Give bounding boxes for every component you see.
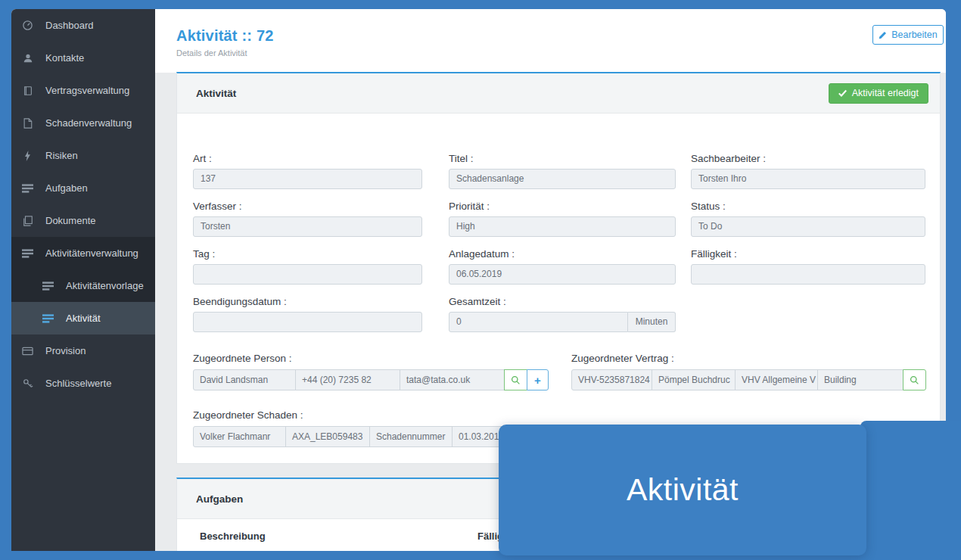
- desktop-background: Dashboard Kontakte Vertragsverwaltung Sc…: [0, 0, 961, 560]
- field-anlagedatum[interactable]: 06.05.2019: [449, 264, 676, 285]
- sidebar-item-label: Aufgaben: [45, 182, 88, 194]
- assigned-contract-group: VHV-5235871824 Pömpel Buchdruc VHV Allge…: [571, 369, 926, 390]
- assigned-claim-label: Zugeordneter Schaden :: [193, 409, 303, 421]
- pencil-icon: [879, 31, 887, 39]
- edit-button-label: Bearbeiten: [891, 30, 937, 40]
- field-label-anlagedatum: Anlagedatum :: [449, 248, 515, 260]
- plus-icon: +: [534, 374, 541, 387]
- search-icon: [511, 375, 521, 385]
- sidebar: Dashboard Kontakte Vertragsverwaltung Sc…: [11, 9, 155, 551]
- sidebar-item-label: Aktivitätenverwaltung: [45, 247, 138, 259]
- person-email-field[interactable]: tata@tata.co.uk: [400, 369, 505, 390]
- sidebar-item-label: Dashboard: [45, 20, 94, 31]
- assigned-person-group: David Landsman +44 (20) 7235 82 tata@tat…: [193, 369, 549, 390]
- page-header: [155, 9, 946, 73]
- claim-person-field[interactable]: Volker Flachmanr: [193, 426, 286, 447]
- tasks-column-beschreibung[interactable]: Beschreibung: [200, 530, 266, 542]
- sidebar-item-label: Dokumente: [45, 215, 95, 226]
- sidebar-item-label: Schadenverwaltung: [45, 117, 132, 129]
- sidebar-item-provision[interactable]: Provision: [11, 334, 155, 367]
- sidebar-item-aktivitaetenverwaltung[interactable]: Aktivitätenverwaltung: [11, 237, 155, 269]
- sidebar-item-kontakte[interactable]: Kontakte: [11, 42, 155, 74]
- field-label-faelligkeit: Fälligkeit :: [691, 248, 737, 260]
- file-icon: [21, 118, 34, 129]
- sidebar-item-aktivitaetenvorlage[interactable]: Aktivitätenvorlage: [11, 269, 155, 302]
- overlay-backdrop: [860, 421, 961, 560]
- contract-search-button[interactable]: [903, 369, 926, 390]
- field-tag[interactable]: [193, 264, 422, 285]
- field-label-sachbearbeiter: Sachbearbeiter :: [691, 153, 766, 164]
- sidebar-item-aktivitaet[interactable]: Aktivität: [11, 302, 155, 334]
- page-subtitle: Details der Aktivität: [176, 48, 247, 58]
- list-icon: [42, 314, 54, 323]
- field-label-prioritaet: Priorität :: [449, 201, 490, 212]
- tasks-card-title: Aufgaben: [196, 493, 243, 505]
- sidebar-item-schadenverwaltung[interactable]: Schadenverwaltung: [11, 107, 155, 139]
- list-icon: [21, 184, 34, 193]
- sidebar-item-risiken[interactable]: Risiken: [11, 139, 155, 172]
- person-search-button[interactable]: [504, 369, 527, 390]
- gauge-icon: [21, 20, 34, 31]
- field-gesamtzeit[interactable]: 0: [449, 312, 628, 332]
- field-label-tag: Tag :: [193, 248, 215, 260]
- field-art[interactable]: 137: [193, 169, 422, 189]
- contract-type-field[interactable]: Building: [817, 369, 903, 390]
- sidebar-item-label: Aktivität: [66, 313, 101, 324]
- activity-overlay-text: Aktivität: [627, 472, 739, 508]
- book-icon: [21, 86, 34, 96]
- field-sachbearbeiter[interactable]: Torsten Ihro: [691, 169, 925, 189]
- sidebar-item-label: Provision: [45, 345, 86, 356]
- assigned-person-label: Zugeordnete Person :: [193, 353, 292, 364]
- field-label-beendigungsdatum: Beendigungsdatum :: [193, 296, 287, 307]
- field-faelligkeit[interactable]: [691, 264, 925, 285]
- contract-number-field[interactable]: VHV-5235871824: [571, 369, 652, 390]
- sidebar-item-label: Kontakte: [45, 52, 84, 64]
- field-label-gesamtzeit: Gesamtzeit :: [449, 296, 506, 307]
- sidebar-item-label: Risiken: [45, 150, 78, 161]
- bolt-icon: [21, 151, 34, 161]
- field-label-art: Art :: [193, 153, 212, 164]
- sidebar-item-vertragsverwaltung[interactable]: Vertragsverwaltung: [11, 74, 155, 107]
- field-verfasser[interactable]: Torsten: [193, 216, 422, 237]
- key-icon: [21, 378, 34, 389]
- sidebar-item-label: Vertragsverwaltung: [45, 85, 129, 96]
- sidebar-item-schluesselwerte[interactable]: Schlüsselwerte: [11, 367, 155, 400]
- field-label-verfasser: Verfasser :: [193, 201, 242, 212]
- activity-done-button[interactable]: Aktivität erledigt: [829, 83, 928, 104]
- contract-holder-field[interactable]: Pömpel Buchdruc: [652, 369, 736, 390]
- sidebar-item-dashboard[interactable]: Dashboard: [11, 9, 155, 42]
- assigned-contract-label: Zugeordneter Vertrag :: [571, 353, 674, 364]
- list-icon: [42, 282, 54, 291]
- sidebar-item-aufgaben[interactable]: Aufgaben: [11, 172, 155, 204]
- sidebar-item-label: Aktivitätenvorlage: [66, 280, 144, 291]
- search-icon: [910, 375, 919, 385]
- field-prioritaet[interactable]: High: [449, 216, 676, 237]
- check-icon: [838, 89, 847, 97]
- page-title: Aktivität :: 72: [176, 27, 274, 45]
- list-icon: [21, 249, 34, 258]
- edit-button[interactable]: Bearbeiten: [872, 25, 944, 45]
- person-add-button[interactable]: +: [527, 369, 549, 390]
- card-icon: [21, 347, 34, 356]
- sidebar-section-aktivitaetenverwaltung: Aktivitätenverwaltung Aktivitätenvorlage: [11, 237, 155, 302]
- field-titel[interactable]: Schadensanlage: [449, 169, 676, 189]
- activity-card-header: Aktivität Aktivität erledigt: [177, 73, 940, 114]
- claim-number-field[interactable]: Schadennummer: [369, 426, 453, 447]
- sidebar-item-dokumente[interactable]: Dokumente: [11, 204, 155, 237]
- field-status[interactable]: To Do: [691, 216, 925, 237]
- contract-insurer-field[interactable]: VHV Allgemeine V: [735, 369, 818, 390]
- activity-overlay: Aktivität: [499, 425, 866, 555]
- gesamtzeit-unit-addon: Minuten: [628, 312, 676, 332]
- field-label-titel: Titel :: [449, 153, 474, 164]
- field-label-status: Status :: [691, 201, 726, 212]
- claim-policy-field[interactable]: AXA_LEB059483: [285, 426, 370, 447]
- user-icon: [21, 53, 34, 64]
- sidebar-item-label: Schlüsselwerte: [45, 378, 111, 389]
- person-phone-field[interactable]: +44 (20) 7235 82: [295, 369, 400, 390]
- person-name-field[interactable]: David Landsman: [193, 369, 296, 390]
- field-beendigungsdatum[interactable]: [193, 312, 422, 332]
- pages-icon: [21, 216, 34, 226]
- activity-card-title: Aktivität: [196, 88, 236, 99]
- activity-done-label: Aktivität erledigt: [852, 88, 919, 98]
